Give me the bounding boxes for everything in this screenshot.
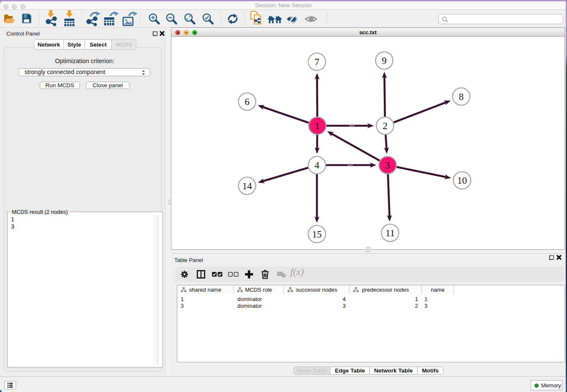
svg-text:1: 1: [315, 121, 320, 131]
svg-text:3: 3: [385, 160, 390, 171]
svg-text:4: 4: [314, 160, 319, 171]
svg-text:15: 15: [312, 229, 322, 240]
svg-text:10: 10: [457, 175, 467, 186]
svg-text:9: 9: [382, 55, 387, 66]
svg-text:6: 6: [245, 97, 250, 107]
svg-text:7: 7: [314, 57, 319, 67]
svg-text:14: 14: [242, 181, 253, 191]
svg-text:11: 11: [385, 228, 395, 238]
svg-text:2: 2: [383, 121, 388, 131]
svg-text:8: 8: [459, 91, 464, 102]
